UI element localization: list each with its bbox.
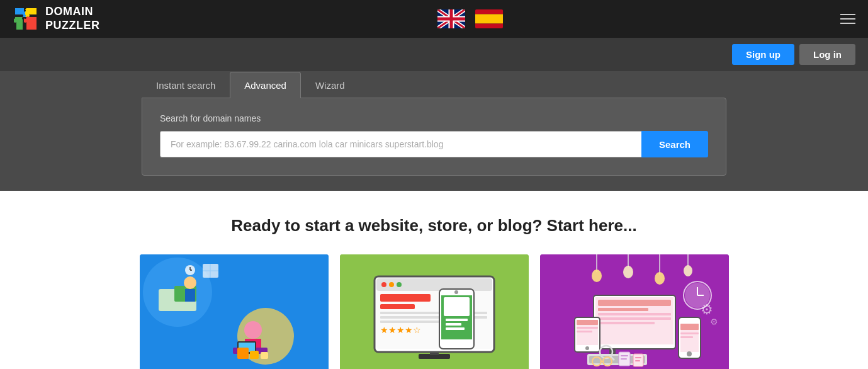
svg-rect-45 — [446, 327, 465, 330]
svg-text:★★★★☆: ★★★★☆ — [380, 325, 421, 335]
svg-rect-64 — [598, 300, 671, 306]
svg-point-49 — [592, 270, 602, 282]
svg-point-9 — [184, 276, 196, 289]
search-tabs: Instant search Advanced Wizard — [142, 71, 359, 98]
svg-rect-10 — [185, 289, 195, 302]
search-button[interactable]: Search — [641, 131, 708, 157]
svg-rect-67 — [598, 317, 671, 320]
svg-rect-22 — [237, 348, 249, 359]
hamburger-menu[interactable] — [840, 14, 855, 24]
search-label: Search for domain names — [160, 113, 708, 123]
svg-point-55 — [684, 265, 692, 276]
card-2-illustration: ★★★★☆ — [340, 254, 529, 369]
svg-point-74 — [585, 346, 589, 350]
svg-rect-73 — [577, 331, 592, 332]
svg-rect-68 — [598, 322, 655, 324]
language-selector — [100, 9, 841, 28]
promo-cards: ★★★★☆ — [13, 254, 855, 369]
svg-point-51 — [623, 266, 633, 278]
svg-rect-81 — [680, 336, 693, 338]
svg-point-82 — [687, 351, 692, 356]
svg-rect-2 — [475, 14, 503, 24]
svg-text:⚙: ⚙ — [701, 302, 713, 317]
svg-rect-23 — [250, 351, 259, 359]
logo-text: DOMAIN PUZZLER — [45, 5, 100, 32]
svg-rect-34 — [380, 294, 431, 302]
search-input[interactable] — [160, 131, 641, 157]
search-box-container: Search for domain names Search — [142, 98, 726, 176]
svg-point-11 — [244, 321, 262, 339]
svg-rect-24 — [261, 352, 268, 359]
svg-rect-79 — [680, 324, 699, 330]
svg-point-32 — [389, 282, 394, 287]
top-navigation: DOMAIN PUZZLER — [0, 0, 868, 38]
tab-instant-search[interactable]: Instant search — [142, 72, 230, 98]
card-1-illustration — [140, 254, 329, 369]
svg-rect-71 — [577, 320, 598, 325]
svg-rect-95 — [635, 360, 640, 361]
promo-card-1[interactable] — [140, 254, 329, 369]
language-spanish[interactable] — [475, 9, 503, 28]
svg-rect-80 — [680, 332, 699, 334]
logo-icon — [13, 6, 39, 32]
tab-advanced[interactable]: Advanced — [230, 72, 301, 98]
promo-card-2[interactable]: ★★★★☆ — [340, 254, 529, 369]
svg-rect-94 — [635, 357, 641, 358]
svg-rect-1 — [475, 9, 503, 14]
svg-rect-43 — [446, 319, 468, 321]
promo-title: Ready to start a website, store, or blog… — [13, 216, 855, 236]
svg-rect-92 — [621, 358, 627, 360]
auth-bar: Sign up Log in — [0, 38, 868, 71]
svg-point-46 — [454, 290, 458, 294]
promo-card-3[interactable]: ⚙ ⚙ — [540, 254, 729, 369]
svg-text:⚙: ⚙ — [710, 317, 718, 327]
card-3-illustration: ⚙ ⚙ — [540, 254, 729, 369]
svg-point-33 — [397, 282, 402, 287]
svg-rect-66 — [598, 313, 671, 315]
search-section: Instant search Advanced Wizard Search fo… — [0, 71, 868, 191]
svg-rect-42 — [444, 297, 470, 316]
signup-button[interactable]: Sign up — [732, 44, 794, 65]
tab-wizard[interactable]: Wizard — [301, 72, 359, 98]
svg-rect-91 — [621, 355, 628, 356]
svg-rect-35 — [380, 304, 415, 309]
svg-point-31 — [381, 282, 386, 287]
login-button[interactable]: Log in — [799, 44, 855, 65]
search-row: Search — [160, 131, 708, 157]
svg-rect-65 — [598, 308, 648, 311]
svg-rect-3 — [475, 24, 503, 29]
hamburger-icon[interactable] — [840, 14, 855, 24]
svg-rect-72 — [577, 327, 598, 329]
logo-area[interactable]: DOMAIN PUZZLER — [13, 5, 100, 32]
language-english[interactable] — [437, 9, 465, 28]
svg-rect-44 — [446, 323, 461, 326]
svg-point-53 — [655, 272, 665, 285]
promo-section: Ready to start a website, store, or blog… — [0, 191, 868, 369]
